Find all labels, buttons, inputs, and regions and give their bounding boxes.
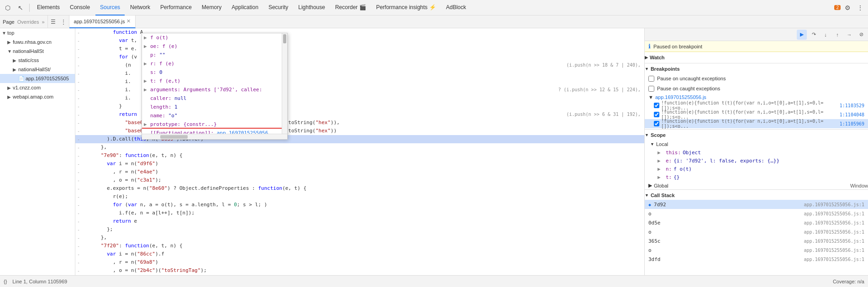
- bp-file-label: app.1697015255056.js: [655, 94, 706, 100]
- file-tab-app-js[interactable]: app.1697015255056.js ✕: [69, 16, 136, 28]
- overrides-tab[interactable]: Overrides: [17, 19, 39, 25]
- close-tab-icon[interactable]: ✕: [126, 18, 131, 24]
- more-tabs-icon[interactable]: »: [42, 19, 44, 25]
- tooltip-row[interactable]: ▶ arguments: Arguments ['7d92', callee:: [142, 85, 282, 94]
- expand-icon[interactable]: ▶: [144, 86, 150, 94]
- tooltip-row[interactable]: ▶ prototype: {constr...}: [142, 120, 282, 129]
- pause-caught-checkbox[interactable]: [648, 86, 654, 92]
- expand-icon[interactable]: ▶: [658, 158, 664, 164]
- bp-checkbox[interactable]: [654, 103, 659, 108]
- tab-lighthouse[interactable]: Lighthouse: [294, 0, 330, 16]
- scrollbar-thumb[interactable]: [283, 34, 286, 43]
- tree-item-nationalhallst-folder[interactable]: ▶ nationalHallSt/: [0, 65, 75, 74]
- function-location-link[interactable]: app.1697015255056: [217, 130, 268, 134]
- tree-item-app-js[interactable]: 📄 app.169701525505: [0, 74, 75, 83]
- tab-network[interactable]: Network: [126, 0, 155, 16]
- call-stack-header[interactable]: ▼ Call Stack: [645, 191, 868, 200]
- code-line: - },: [75, 143, 644, 151]
- tree-item-top[interactable]: ▼ top: [0, 28, 75, 37]
- pretty-print-button[interactable]: {}: [4, 279, 7, 284]
- tooltip-scrollbar[interactable]: [282, 33, 287, 134]
- expand-icon[interactable]: ▶: [144, 77, 150, 85]
- expand-icon[interactable]: ▶: [144, 60, 150, 68]
- local-header[interactable]: ▼ Local: [648, 140, 868, 149]
- pause-resume-icon[interactable]: ▶: [797, 30, 807, 40]
- pause-uncaught-checkbox[interactable]: [648, 76, 654, 82]
- tree-item-fuwu[interactable]: ▶ fuwu.nhsa.gov.cn: [0, 37, 75, 47]
- expand-icon[interactable]: ▶: [658, 150, 664, 156]
- tab-adblock[interactable]: AdBlock: [442, 0, 471, 16]
- expand-icon[interactable]: ▶: [648, 183, 652, 188]
- tab-sources[interactable]: Sources: [95, 0, 125, 16]
- sidebar-toggle-icon[interactable]: ☰: [49, 17, 58, 26]
- tree-item-static-css[interactable]: ▶ static/css: [0, 56, 75, 65]
- tooltip-hscrollbar[interactable]: [142, 134, 287, 139]
- tooltip-row[interactable]: ▶ f o(t): [142, 33, 282, 42]
- breakpoints-header[interactable]: ▼ Breakpoints: [645, 64, 868, 73]
- cs-name: 7d92: [654, 202, 666, 208]
- page-tab[interactable]: Page: [3, 19, 15, 25]
- hscrollbar-thumb[interactable]: [160, 135, 188, 139]
- info-icon: ℹ: [648, 43, 651, 50]
- tab-application[interactable]: Application: [227, 0, 263, 16]
- scope-n[interactable]: ▶ n: f o(t): [648, 165, 868, 173]
- tooltip-row[interactable]: ▶ t: f (e,t): [142, 77, 282, 85]
- bp-checkbox[interactable]: [654, 121, 659, 126]
- tooltip-key: p: "": [150, 51, 165, 59]
- bp-file-header[interactable]: ▼ app.1697015255056.js: [645, 94, 868, 101]
- expand-icon[interactable]: ▶: [144, 120, 150, 128]
- bp-item-2[interactable]: !function(e){function t(t){for(var n,i,o…: [645, 110, 868, 119]
- cs-item-o1[interactable]: o app.1697015255056.js:1: [645, 209, 868, 218]
- global-scope[interactable]: ▶ Global Window: [645, 182, 868, 188]
- tab-console[interactable]: Console: [65, 0, 95, 16]
- cs-item-7d92[interactable]: ◆ 7d92 app.1697015255056.js:1: [645, 200, 868, 209]
- scope-this[interactable]: ▶ this: Object: [648, 149, 868, 157]
- scope-t[interactable]: ▶ t: {}: [648, 173, 868, 182]
- code-line: - var i = n("d9f6"): [75, 160, 644, 168]
- tab-elements[interactable]: Elements: [32, 0, 64, 16]
- cs-item-o2[interactable]: o app.1697015255056.js:1: [645, 227, 868, 236]
- cs-item-365c[interactable]: 365c app.1697015255056.js:1: [645, 236, 868, 245]
- expand-icon[interactable]: ▶: [144, 34, 150, 42]
- step-out-icon[interactable]: ↑: [832, 30, 842, 40]
- step-into-icon[interactable]: ↓: [821, 30, 831, 40]
- tree-item-nationalhallst[interactable]: ▼ nationalHallSt: [0, 47, 75, 56]
- bp-checkbox[interactable]: [654, 112, 659, 117]
- tooltip-row[interactable]: ▶ oe: f (e): [142, 42, 282, 51]
- cs-item-3dfd[interactable]: 3dfd app.1697015255056.js:1: [645, 255, 868, 264]
- tab-memory[interactable]: Memory: [197, 0, 226, 16]
- tree-item-webapi-amap[interactable]: ▶ webapi.amap.com: [0, 92, 75, 101]
- tab-performance[interactable]: Performance: [156, 0, 196, 16]
- expand-icon[interactable]: ▶: [658, 174, 664, 180]
- bp-item-3-active[interactable]: !function(e){function t(t){for(var n,i,o…: [645, 119, 868, 128]
- tab-security[interactable]: Security: [264, 0, 293, 16]
- deactivate-bp-icon[interactable]: ⊘: [856, 30, 866, 40]
- code-editor[interactable]: - function A - var t, - t = e. - for (v …: [75, 28, 644, 275]
- scope-header[interactable]: ▼ Scope: [645, 130, 868, 140]
- watch-header[interactable]: ▶ Watch: [645, 53, 868, 62]
- tree-label: nationalHallSt/: [18, 67, 51, 72]
- cs-item-o3[interactable]: o app.1697015255056.js:1: [645, 245, 868, 255]
- tab-recorder[interactable]: Recorder 🎬: [331, 0, 371, 16]
- js-file-icon: 📄: [18, 76, 25, 82]
- step-over-icon[interactable]: ↷: [809, 30, 819, 40]
- scope-e[interactable]: ▶ e: {i: '7d92', l: false, exports: {…}}: [648, 157, 868, 165]
- tree-item-v1cnzz[interactable]: ▶ v1.cnzz.com: [0, 83, 75, 92]
- expand-icon[interactable]: ▶: [144, 42, 150, 50]
- expand-icon[interactable]: ▶: [658, 166, 664, 172]
- code-line: - return e: [75, 217, 644, 225]
- tooltip-row[interactable]: ▶ r: f (e): [142, 59, 282, 68]
- cs-item-0d5e[interactable]: 0d5e app.1697015255056.js:1: [645, 218, 868, 227]
- more-icon[interactable]: ⋮: [854, 2, 866, 14]
- tooltip-row: name: "o": [142, 111, 282, 120]
- tooltip-row-function-location[interactable]: [[FunctionLocation]]: app.1697015255056: [142, 129, 282, 134]
- devtools-icon[interactable]: ⬡: [2, 2, 14, 14]
- tab-performance-insights[interactable]: Performance insights ⚡: [372, 0, 441, 16]
- more-options-icon[interactable]: ⋮: [59, 17, 68, 26]
- cs-name: o: [648, 211, 652, 217]
- bp-item-1[interactable]: !function(e){function t(t){for(var n,i,o…: [645, 101, 868, 110]
- tree-label: webapi.amap.com: [13, 94, 53, 99]
- settings-icon[interactable]: ⚙: [842, 2, 853, 14]
- inspect-icon[interactable]: ↖: [15, 2, 26, 14]
- step-icon[interactable]: →: [844, 30, 854, 40]
